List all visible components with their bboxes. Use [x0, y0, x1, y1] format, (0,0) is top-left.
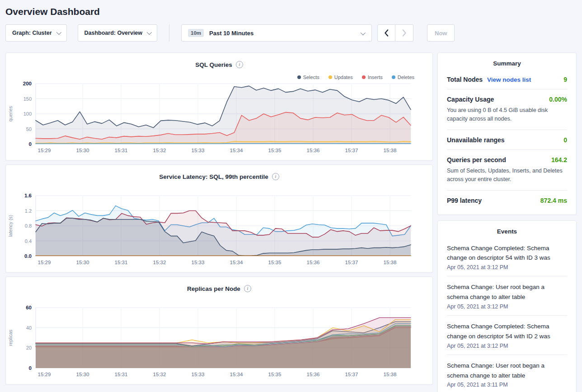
summary-row: Unavailable ranges 0 — [447, 130, 567, 149]
svg-text:queries: queries — [8, 106, 13, 121]
svg-text:60: 60 — [26, 305, 32, 310]
time-step-buttons — [377, 24, 413, 42]
chevron-down-icon — [361, 30, 366, 35]
time-range-picker[interactable]: 10m Past 10 Minutes — [181, 24, 372, 42]
svg-text:0: 0 — [29, 365, 32, 371]
event-timestamp: Apr 05, 2021 at 3:12 PM — [447, 343, 567, 349]
svg-text:latency (s): latency (s) — [8, 215, 13, 237]
service-latency-card: Service Latency: SQL, 99th percentile i … — [5, 164, 433, 273]
summary-value: 164.2 — [551, 156, 567, 163]
chart-legend: Selects Updates Inserts Deletes — [297, 75, 414, 80]
svg-text:15:34: 15:34 — [230, 148, 243, 153]
event-timestamp: Apr 05, 2021 at 3:11 PM — [447, 382, 567, 388]
summary-label: Total Nodes — [447, 76, 483, 83]
legend-dot-icon — [362, 75, 366, 79]
now-button[interactable]: Now — [427, 24, 455, 42]
sql-queries-card: SQL Queries i Selects Updates Inserts De… — [5, 52, 433, 161]
summary-value: 0 — [563, 136, 567, 144]
svg-text:50: 50 — [26, 126, 32, 132]
svg-text:15:30: 15:30 — [76, 372, 89, 377]
time-range-badge: 10m — [188, 29, 204, 37]
info-icon[interactable]: i — [244, 285, 251, 292]
legend-label: Selects — [303, 75, 319, 80]
event-item: Schema Change Completed: Schema change o… — [447, 238, 567, 276]
svg-text:15:35: 15:35 — [268, 372, 282, 377]
chart-title: Service Latency: SQL, 99th percentile — [159, 173, 268, 180]
dashboard-dropdown[interactable]: Dashboard: Overview — [78, 24, 158, 42]
view-nodes-link[interactable]: View nodes list — [487, 76, 531, 83]
svg-text:15:35: 15:35 — [268, 260, 282, 265]
charts-column: SQL Queries i Selects Updates Inserts De… — [5, 52, 433, 385]
svg-text:150: 150 — [23, 96, 32, 102]
summary-label: Unavailable ranges — [447, 136, 505, 144]
time-prev-button[interactable] — [377, 24, 395, 42]
time-range-label: Past 10 Minutes — [209, 30, 253, 37]
legend-item: Updates — [329, 75, 353, 80]
summary-label: Capacity Usage — [447, 96, 494, 103]
svg-text:100: 100 — [23, 111, 32, 117]
svg-text:15:36: 15:36 — [307, 260, 320, 265]
svg-text:15:34: 15:34 — [230, 260, 243, 265]
event-text: Schema Change Completed: Schema change o… — [447, 243, 567, 263]
summary-rows: Total Nodes View nodes list 9 Capacity U… — [447, 70, 567, 210]
svg-text:20: 20 — [26, 345, 32, 350]
svg-text:15:29: 15:29 — [38, 148, 51, 153]
svg-text:15:30: 15:30 — [76, 260, 89, 265]
svg-text:15:38: 15:38 — [384, 260, 397, 265]
legend-dot-icon — [329, 75, 332, 79]
svg-text:40: 40 — [26, 325, 32, 331]
chart-title: Replicas per Node — [187, 285, 240, 292]
summary-value: 9 — [563, 76, 567, 83]
legend-label: Updates — [334, 75, 353, 80]
chevron-down-icon — [147, 30, 152, 35]
overview-dashboard-page: Overview Dashboard Graph: Cluster Dashbo… — [0, 0, 582, 392]
legend-dot-icon — [297, 75, 301, 79]
svg-text:15:33: 15:33 — [192, 260, 205, 265]
svg-text:1.6: 1.6 — [24, 193, 32, 198]
dashboard-body: SQL Queries i Selects Updates Inserts De… — [5, 52, 577, 392]
event-text: Schema Change Completed: Schema change o… — [447, 322, 567, 341]
summary-value: 872.4 ms — [540, 197, 567, 204]
svg-text:0: 0 — [29, 141, 32, 147]
time-next-button[interactable] — [395, 24, 413, 42]
event-text: Schema Change: User root began a schema … — [447, 361, 567, 381]
summary-value: 0.00% — [549, 96, 567, 103]
info-icon[interactable]: i — [272, 173, 279, 180]
service-latency-chart: 0.00.40.81.21.615:2915:3015:3115:3215:33… — [6, 193, 432, 272]
svg-text:15:32: 15:32 — [153, 372, 166, 377]
sidebar-column: Summary Total Nodes View nodes list 9 Ca… — [437, 52, 577, 392]
svg-text:15:29: 15:29 — [38, 372, 51, 377]
svg-text:15:33: 15:33 — [192, 372, 205, 377]
svg-text:0.4: 0.4 — [25, 238, 32, 244]
legend-item: Inserts — [362, 75, 383, 80]
svg-text:15:32: 15:32 — [153, 148, 166, 153]
legend-item: Deletes — [392, 75, 414, 80]
chevron-left-icon — [384, 29, 389, 37]
svg-text:replicas: replicas — [8, 330, 13, 346]
svg-text:15:36: 15:36 — [307, 372, 320, 377]
graph-dropdown[interactable]: Graph: Cluster — [5, 24, 67, 42]
svg-text:200: 200 — [23, 81, 32, 86]
svg-text:15:29: 15:29 — [38, 260, 51, 265]
legend-label: Inserts — [368, 75, 383, 80]
summary-row: Capacity Usage 0.00% You are using 0 B o… — [447, 89, 567, 130]
svg-text:1.2: 1.2 — [25, 208, 32, 214]
summary-title: Summary — [447, 60, 567, 67]
summary-row: P99 latency 872.4 ms — [447, 190, 567, 210]
svg-text:15:38: 15:38 — [384, 148, 397, 153]
svg-text:15:31: 15:31 — [115, 260, 128, 265]
page-title: Overview Dashboard — [5, 0, 577, 24]
summary-panel: Summary Total Nodes View nodes list 9 Ca… — [437, 52, 577, 215]
info-icon[interactable]: i — [236, 61, 243, 68]
svg-text:15:35: 15:35 — [268, 148, 282, 153]
chart-title: SQL Queries — [195, 61, 232, 68]
svg-text:15:31: 15:31 — [115, 372, 128, 377]
event-timestamp: Apr 05, 2021 at 3:12 PM — [447, 303, 567, 310]
event-timestamp: Apr 05, 2021 at 3:12 PM — [447, 264, 567, 271]
legend-label: Deletes — [398, 75, 414, 80]
summary-label: P99 latency — [447, 197, 482, 204]
summary-row: Queries per second 164.2 Sum of Selects,… — [447, 149, 567, 190]
summary-description: You are using 0 B of 4.5 GiB usable disk… — [447, 106, 567, 124]
events-list: Schema Change Completed: Schema change o… — [447, 238, 567, 392]
chevron-right-icon — [402, 29, 407, 37]
